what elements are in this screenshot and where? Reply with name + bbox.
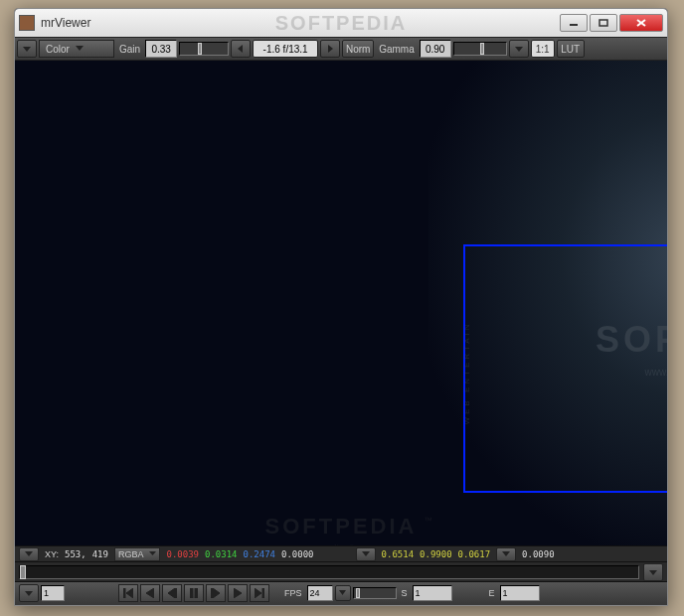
minimize-icon [569, 19, 579, 27]
chevron-down-icon [648, 568, 658, 576]
chevron-down-icon [24, 550, 34, 557]
svg-rect-1 [599, 20, 607, 26]
svg-marker-27 [339, 590, 346, 595]
rgba-label: RGBA [118, 549, 144, 559]
hsv-s-value: 0.9900 [420, 549, 452, 559]
svg-marker-17 [146, 588, 154, 598]
channel-dropdown[interactable]: Color [39, 40, 114, 58]
timeline-thumb[interactable] [20, 565, 26, 579]
gain-input[interactable] [145, 40, 177, 58]
chevron-down-icon [361, 550, 371, 557]
play-backward-button[interactable] [162, 584, 182, 602]
lut-button[interactable]: LUT [557, 40, 585, 58]
step-forward-button[interactable] [228, 584, 248, 602]
close-icon [635, 18, 647, 28]
goto-end-button[interactable] [250, 584, 269, 602]
hsv-menu-button[interactable] [356, 547, 376, 561]
gain-slider[interactable] [179, 42, 229, 56]
timeline-menu-button[interactable] [643, 563, 663, 581]
lum-value: 0.0090 [522, 549, 555, 559]
close-button[interactable] [619, 14, 663, 32]
skip-end-icon [255, 588, 264, 598]
chevron-down-icon [76, 46, 84, 52]
chevron-right-icon [327, 45, 333, 53]
pause-button[interactable] [184, 584, 204, 602]
zoom-menu-button[interactable] [509, 40, 529, 58]
watermark-bottom: SOFTPEDIA [265, 514, 418, 539]
chevron-down-icon [338, 589, 347, 596]
goto-start-button[interactable] [118, 584, 138, 602]
play-forward-button[interactable] [206, 584, 226, 602]
end-frame-input[interactable] [500, 585, 540, 601]
maximize-button[interactable] [590, 14, 617, 32]
svg-marker-13 [649, 570, 657, 575]
r-value: 0.0039 [166, 549, 199, 559]
pixel-menu-button[interactable] [19, 547, 39, 561]
channel-label: Color [46, 44, 70, 55]
svg-marker-14 [25, 591, 33, 596]
svg-rect-19 [175, 588, 177, 598]
step-back-button[interactable] [140, 584, 160, 602]
chevron-down-icon [149, 551, 156, 556]
svg-marker-10 [149, 551, 156, 555]
exposure-up-button[interactable] [320, 40, 340, 58]
maximize-icon [598, 19, 608, 27]
playback-menu-button[interactable] [19, 584, 39, 602]
x-value: 553, [65, 549, 86, 559]
watermark-side: WEB ENTERTAIN [461, 321, 470, 424]
fps-slider[interactable] [353, 587, 397, 599]
hsv-v-value: 0.0617 [458, 549, 491, 559]
svg-marker-11 [362, 551, 370, 556]
b-value: 0.2474 [244, 549, 276, 559]
watermark-top: SOFTPEDIA [275, 12, 407, 35]
zoom-fit-button[interactable]: 1:1 [531, 40, 555, 58]
selection-rectangle [463, 244, 667, 493]
current-frame-input[interactable] [41, 585, 65, 601]
step-forward-icon [234, 588, 242, 598]
svg-marker-8 [515, 47, 523, 52]
exposure-down-button[interactable] [231, 40, 251, 58]
gamma-slider[interactable] [453, 42, 507, 56]
step-back-icon [146, 588, 154, 598]
watermark-tm: ™ [424, 516, 432, 526]
start-label: S [399, 588, 411, 598]
end-label: E [486, 588, 498, 598]
pause-icon [190, 588, 198, 598]
rgba-dropdown[interactable]: RGBA [114, 547, 161, 561]
info-bar: XY: 553, 419 RGBA 0.0039 0.0314 0.2474 0… [15, 545, 667, 561]
lum-menu-button[interactable] [496, 547, 516, 561]
watermark-big: SOFT [596, 319, 667, 361]
svg-rect-26 [262, 588, 264, 598]
a-value: 0.0000 [281, 549, 314, 559]
menu-button[interactable] [17, 40, 37, 58]
window-title: mrViewer [41, 16, 90, 30]
viewport[interactable]: SOFT www.so WEB ENTERTAIN SOFTPEDIA ™ ww… [15, 61, 667, 545]
svg-marker-7 [328, 45, 333, 53]
start-frame-input[interactable] [413, 585, 452, 601]
chevron-left-icon [238, 45, 244, 53]
gamma-input[interactable] [420, 40, 451, 58]
timeline-slider[interactable] [19, 565, 639, 579]
skip-start-icon [123, 588, 133, 598]
svg-marker-4 [23, 47, 31, 52]
chevron-down-icon [24, 589, 34, 597]
playback-bar: FPS S E [15, 581, 667, 603]
svg-marker-5 [76, 46, 84, 51]
minimize-button[interactable] [560, 14, 588, 32]
fps-menu-button[interactable] [335, 585, 351, 601]
svg-marker-25 [255, 588, 261, 598]
gamma-label: Gamma [376, 44, 418, 55]
play-icon [211, 588, 221, 598]
gain-label: Gain [116, 44, 143, 55]
toolbar-top: Color Gain -1.6 f/13.1 Norm Gamma 1:1 LU… [15, 37, 667, 61]
titlebar[interactable]: mrViewer SOFTPEDIA [15, 9, 667, 37]
chevron-down-icon [22, 45, 32, 53]
app-icon [19, 15, 35, 31]
watermark-bottom-url: www.softpedia.com [307, 542, 376, 545]
svg-rect-21 [195, 588, 198, 598]
fps-input[interactable] [307, 585, 333, 601]
chevron-down-icon [514, 45, 524, 53]
timeline-bar [15, 561, 667, 581]
watermark-url: www.so [645, 367, 667, 378]
normalize-button[interactable]: Norm [342, 40, 374, 58]
